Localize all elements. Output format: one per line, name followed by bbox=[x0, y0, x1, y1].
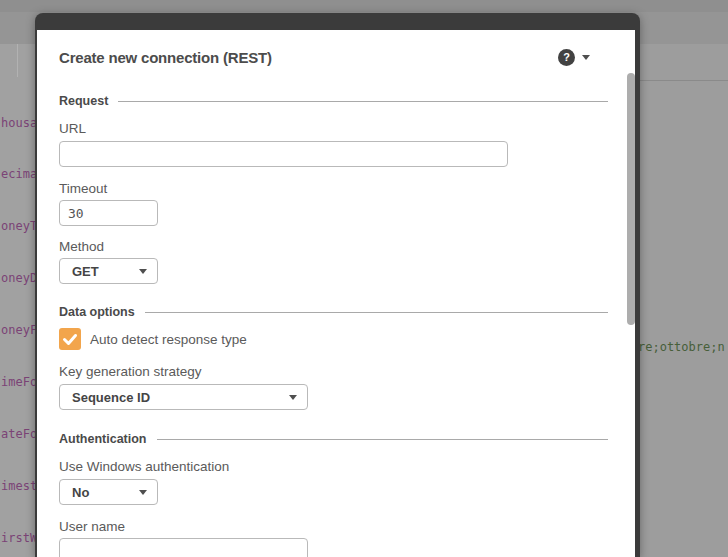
auto-detect-checkbox[interactable] bbox=[59, 328, 81, 350]
section-divider bbox=[118, 101, 608, 102]
dialog-title: Create new connection (REST) bbox=[59, 49, 272, 66]
auto-detect-label[interactable]: Auto detect response type bbox=[90, 332, 247, 347]
method-label: Method bbox=[59, 239, 608, 254]
editor-script-fragment: housa ecima oneyT oneyD oneyF imeFo ateF… bbox=[1, 80, 35, 557]
checkmark-icon bbox=[59, 328, 81, 350]
url-input[interactable] bbox=[59, 141, 508, 167]
key-generation-dropdown-value: Sequence ID bbox=[72, 390, 150, 405]
section-authentication: Authentication bbox=[59, 432, 608, 446]
url-label: URL bbox=[59, 121, 608, 136]
method-dropdown-value: GET bbox=[72, 264, 99, 279]
code-line: irstW bbox=[1, 530, 35, 547]
code-line: oneyT bbox=[1, 218, 35, 235]
user-name-input[interactable] bbox=[59, 538, 308, 557]
key-generation-label: Key generation strategy bbox=[59, 364, 608, 379]
editor-string-fragment: re;ottobre;n bbox=[638, 339, 728, 356]
method-dropdown[interactable]: GET bbox=[59, 258, 158, 284]
create-connection-dialog: Create new connection (REST) ? Request U… bbox=[35, 13, 640, 557]
code-line: imest bbox=[1, 478, 35, 495]
section-divider bbox=[145, 312, 608, 313]
dialog-body: Create new connection (REST) ? Request U… bbox=[37, 30, 635, 557]
chevron-down-icon bbox=[289, 395, 297, 400]
chevron-down-icon bbox=[139, 490, 147, 495]
code-line: ecima bbox=[1, 166, 35, 183]
key-generation-dropdown[interactable]: Sequence ID bbox=[59, 384, 308, 410]
code-line: oneyF bbox=[1, 322, 35, 339]
section-data-options-label: Data options bbox=[59, 305, 135, 319]
editor-top-strip bbox=[0, 0, 728, 12]
code-line: imeFo bbox=[1, 374, 35, 391]
screen: housa ecima oneyT oneyD oneyF imeFo ateF… bbox=[0, 0, 728, 557]
chevron-down-icon[interactable] bbox=[582, 55, 590, 60]
editor-divider-line bbox=[640, 80, 728, 81]
user-name-label: User name bbox=[59, 519, 608, 534]
dialog-header: Create new connection (REST) ? bbox=[59, 48, 608, 66]
windows-auth-label: Use Windows authentication bbox=[59, 459, 608, 474]
code-line: housa bbox=[1, 115, 35, 132]
section-request-label: Request bbox=[59, 94, 108, 108]
help-icon[interactable]: ? bbox=[558, 49, 575, 66]
help-controls: ? bbox=[558, 49, 590, 66]
windows-auth-dropdown-value: No bbox=[72, 485, 89, 500]
section-data-options: Data options bbox=[59, 305, 608, 319]
dialog-scrollbar-thumb[interactable] bbox=[627, 73, 635, 325]
editor-gutter-line bbox=[17, 44, 18, 77]
timeout-label: Timeout bbox=[59, 181, 608, 196]
code-line: ateFo bbox=[1, 426, 35, 443]
auto-detect-row: Auto detect response type bbox=[59, 328, 608, 350]
timeout-input[interactable] bbox=[59, 200, 158, 226]
section-authentication-label: Authentication bbox=[59, 432, 147, 446]
section-request: Request bbox=[59, 94, 608, 108]
windows-auth-dropdown[interactable]: No bbox=[59, 479, 158, 505]
code-line: oneyD bbox=[1, 270, 35, 287]
section-divider bbox=[157, 439, 609, 440]
chevron-down-icon bbox=[139, 269, 147, 274]
